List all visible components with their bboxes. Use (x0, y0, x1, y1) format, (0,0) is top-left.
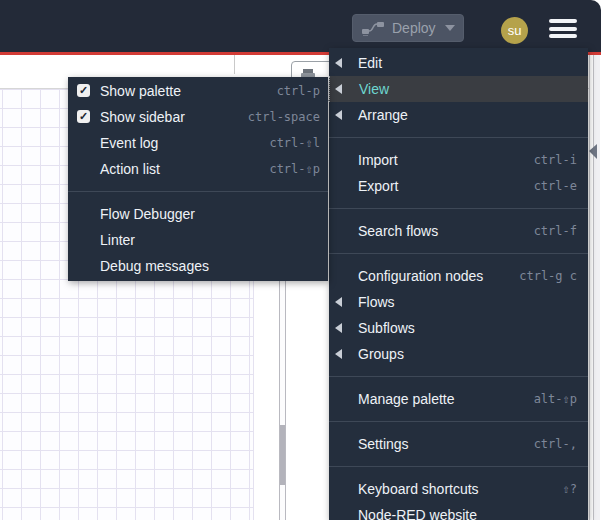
hamburger-bar (549, 27, 577, 31)
submenu-arrow-icon (335, 349, 342, 359)
menu-item-shortcut: ctrl-i (534, 153, 577, 167)
menu-item-label: Search flows (358, 223, 438, 239)
user-avatar[interactable]: su (501, 17, 528, 44)
menu-item-node-red-website[interactable]: Node-RED website (329, 502, 588, 520)
main-menu: Edit View Arrange Import ctrl-i Export c… (329, 48, 588, 520)
menu-item-flows[interactable]: Flows (329, 289, 588, 315)
sidebar-collapse-arrow-icon[interactable] (589, 144, 597, 159)
submenu-arrow-icon (335, 297, 342, 307)
menu-item-label: View (359, 81, 389, 97)
checkbox-checked-icon[interactable]: ✓ (77, 110, 90, 123)
menu-item-shortcut: ctrl-⇧l (269, 136, 320, 150)
deploy-icon (361, 20, 385, 36)
menu-item-label: Export (358, 178, 398, 194)
menu-item-shortcut: alt-⇧p (534, 392, 577, 406)
menu-item-show-sidebar[interactable]: ✓ Show sidebar ctrl-space (68, 104, 328, 130)
checkbox-checked-icon[interactable]: ✓ (77, 84, 90, 97)
menu-item-action-list[interactable]: Action list ctrl-⇧p (68, 156, 328, 182)
menu-item-label: Flow Debugger (100, 206, 195, 222)
menu-item-label: Action list (100, 161, 160, 177)
hamburger-bar (549, 34, 577, 38)
menu-item-linter[interactable]: Linter (68, 227, 328, 253)
menu-item-label: Configuration nodes (358, 268, 483, 284)
menu-item-label: Settings (358, 436, 409, 452)
menu-item-label: Event log (100, 135, 158, 151)
menu-item-shortcut: ⇧? (563, 482, 577, 496)
page-vertical-scrollbar[interactable] (589, 55, 601, 520)
menu-item-view[interactable]: View (329, 76, 588, 102)
menu-item-shortcut: ctrl-, (534, 437, 577, 451)
menu-item-arrange[interactable]: Arrange (329, 102, 588, 128)
menu-item-shortcut: ctrl-space (248, 110, 320, 124)
menu-item-label: Import (358, 152, 398, 168)
menu-item-label: Linter (100, 232, 135, 248)
menu-item-import[interactable]: Import ctrl-i (329, 147, 588, 173)
menu-item-show-palette[interactable]: ✓ Show palette ctrl-p (68, 78, 328, 104)
submenu-arrow-icon (335, 110, 342, 120)
menu-item-label: Show palette (100, 83, 181, 99)
menu-item-event-log[interactable]: Event log ctrl-⇧l (68, 130, 328, 156)
menu-item-debug-messages[interactable]: Debug messages (68, 253, 328, 279)
hamburger-menu-button[interactable] (549, 19, 577, 38)
menu-separator (329, 466, 588, 467)
menu-item-label: Arrange (358, 107, 408, 123)
menu-separator (329, 208, 588, 209)
menu-separator (329, 253, 588, 254)
menu-item-edit[interactable]: Edit (329, 50, 588, 76)
node-red-editor: Deploy su Edit View (0, 0, 601, 520)
menu-item-label: Debug messages (100, 258, 209, 274)
menu-separator (329, 137, 588, 138)
menu-item-label: Subflows (358, 320, 415, 336)
submenu-arrow-icon (335, 323, 342, 333)
menu-item-label: Edit (358, 55, 382, 71)
page-scrollbar-line (593, 55, 594, 520)
view-submenu: ✓ Show palette ctrl-p ✓ Show sidebar ctr… (68, 77, 328, 281)
menu-separator (329, 421, 588, 422)
hamburger-bar (549, 19, 577, 23)
menu-item-label: Keyboard shortcuts (358, 481, 479, 497)
canvas-scrollbar-thumb[interactable] (280, 425, 285, 485)
menu-item-label: Node-RED website (358, 507, 477, 520)
page-scrollbar-track (594, 55, 600, 520)
menu-item-groups[interactable]: Groups (329, 341, 588, 367)
menu-item-subflows[interactable]: Subflows (329, 315, 588, 341)
menu-item-shortcut: ctrl-p (277, 84, 320, 98)
menu-item-flow-debugger[interactable]: Flow Debugger (68, 201, 328, 227)
menu-item-label: Flows (358, 294, 395, 310)
menu-item-search-flows[interactable]: Search flows ctrl-f (329, 218, 588, 244)
tab-divider (234, 55, 235, 74)
menu-item-label: Manage palette (358, 391, 455, 407)
submenu-arrow-icon (335, 58, 342, 68)
menu-separator (329, 376, 588, 377)
deploy-caret-icon[interactable] (445, 25, 455, 31)
header-bar: Deploy su (0, 0, 601, 52)
menu-item-keyboard-shortcuts[interactable]: Keyboard shortcuts ⇧? (329, 476, 588, 502)
menu-item-settings[interactable]: Settings ctrl-, (329, 431, 588, 457)
menu-separator (68, 191, 328, 192)
menu-item-shortcut: ctrl-f (534, 224, 577, 238)
deploy-button-label: Deploy (392, 20, 436, 36)
menu-item-label: Groups (358, 346, 404, 362)
menu-item-shortcut: ctrl-⇧p (269, 162, 320, 176)
menu-item-manage-palette[interactable]: Manage palette alt-⇧p (329, 386, 588, 412)
menu-item-shortcut: ctrl-g c (519, 269, 577, 283)
submenu-arrow-icon (335, 84, 342, 94)
menu-item-configuration-nodes[interactable]: Configuration nodes ctrl-g c (329, 263, 588, 289)
menu-item-export[interactable]: Export ctrl-e (329, 173, 588, 199)
menu-item-shortcut: ctrl-e (534, 179, 577, 193)
deploy-button[interactable]: Deploy (352, 14, 464, 42)
menu-item-label: Show sidebar (100, 109, 185, 125)
